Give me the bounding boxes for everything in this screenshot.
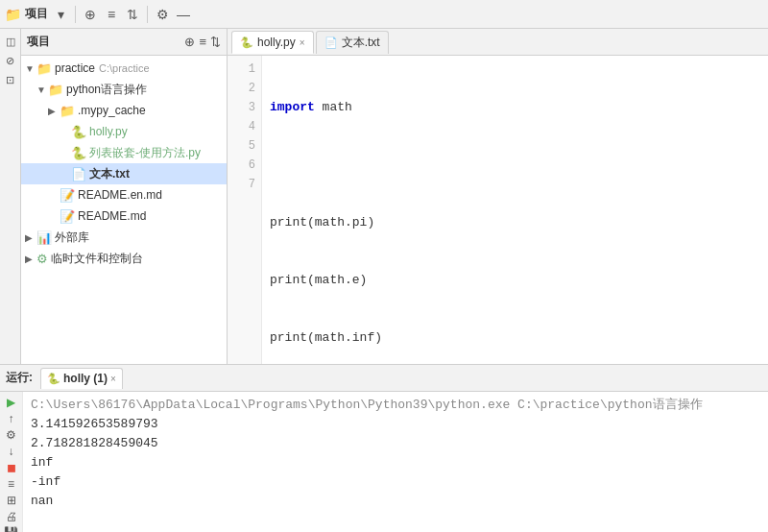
- tree-arrow-python-ops: ▼: [36, 85, 48, 95]
- tree-label-readme-md: README.md: [78, 209, 146, 223]
- run-print-icon[interactable]: 🖨: [3, 510, 20, 523]
- tree-label-external-libs: 外部库: [55, 230, 89, 246]
- python-icon-list: 🐍: [71, 146, 86, 160]
- run-wrap-icon[interactable]: ≡: [3, 477, 20, 491]
- top-toolbar: 📁 项目 ▾ ⊕ ≡ ⇅ ⚙ —: [0, 0, 768, 29]
- run-tab-holly[interactable]: 🐍 holly (1) ×: [40, 368, 123, 389]
- run-label: 运行:: [6, 370, 33, 386]
- tree-item-readme-md[interactable]: 📝 README.md: [21, 206, 227, 227]
- run-output-pi: 3.141592653589793: [31, 415, 760, 434]
- run-output-nan: nan: [31, 492, 760, 511]
- tab-python-icon-holly: 🐍: [240, 36, 253, 49]
- tab-text-txt[interactable]: 📄 文本.txt: [316, 31, 389, 54]
- md-icon-readme: 📝: [60, 209, 75, 224]
- tree-item-external-libs[interactable]: ▶ 📊 外部库: [21, 227, 227, 248]
- file-tree-content: ▼ 📁 practice C:\practice ▼ 📁 python语言操作 …: [21, 56, 227, 364]
- run-tab-icon: 🐍: [47, 373, 60, 385]
- run-format-icon[interactable]: ⊞: [3, 494, 20, 507]
- file-tree-header-label: 项目: [27, 34, 180, 50]
- tree-label-text-txt: 文本.txt: [89, 166, 130, 182]
- run-output-cmd: C:\Users\86176\AppData\Local\Programs\Py…: [31, 396, 760, 415]
- editor-area: 🐍 holly.py × 📄 文本.txt 1 2 3 4 5 6 7 impo…: [228, 29, 768, 364]
- run-output-e: 2.718281828459045: [31, 434, 760, 453]
- line-numbers: 1 2 3 4 5 6 7: [228, 56, 262, 364]
- toolbar-sort-icon[interactable]: ⇅: [124, 6, 141, 23]
- run-tab-close[interactable]: ×: [110, 374, 116, 384]
- folder-icon-python-ops: 📁: [48, 83, 63, 97]
- run-tabs: 运行: 🐍 holly (1) ×: [0, 365, 768, 392]
- run-up-icon[interactable]: ↑: [3, 412, 20, 425]
- code-line-3: print(math.pi): [270, 213, 760, 232]
- toolbar-separator-1: [75, 6, 76, 23]
- tree-arrow-temp-files: ▶: [25, 254, 36, 264]
- toolbar-project-label: 项目: [25, 6, 48, 22]
- python-icon-holly: 🐍: [71, 125, 86, 139]
- tree-label-practice: practice: [55, 61, 95, 75]
- code-line-5: print(math.inf): [270, 328, 760, 348]
- file-tree-add-icon[interactable]: ⊕: [184, 35, 195, 49]
- editor-tabs: 🐍 holly.py × 📄 文本.txt: [228, 29, 768, 56]
- tree-item-python-ops[interactable]: ▼ 📁 python语言操作: [21, 79, 227, 100]
- tab-text-icon: 📄: [324, 36, 338, 49]
- toolbar-settings-icon[interactable]: ⚙: [154, 6, 171, 23]
- run-save-icon[interactable]: 💾: [3, 526, 20, 532]
- tree-arrow-mypy-cache: ▶: [48, 106, 60, 116]
- run-output: C:\Users\86176\AppData\Local\Programs\Py…: [23, 392, 768, 532]
- file-tree-header: 项目 ⊕ ≡ ⇅: [21, 29, 227, 56]
- folder-icon-mypy-cache: 📁: [60, 104, 75, 118]
- tree-item-temp-files[interactable]: ▶ ⚙ 临时文件和控制台: [21, 248, 227, 269]
- run-tab-label: holly (1): [63, 372, 108, 385]
- run-stop-icon[interactable]: ◼: [3, 461, 20, 474]
- toolbar-list-icon[interactable]: ≡: [103, 6, 120, 23]
- tree-label-mypy-cache: .mypy_cache: [78, 104, 146, 117]
- tree-item-list-methods[interactable]: 🐍 列表嵌套-使用方法.py: [21, 142, 227, 163]
- toolbar-project-icon[interactable]: 📁: [4, 6, 21, 23]
- code-editor[interactable]: 1 2 3 4 5 6 7 import math print(math.pi)…: [228, 56, 768, 364]
- tab-close-holly-py[interactable]: ×: [300, 37, 305, 48]
- run-settings-icon[interactable]: ⚙: [3, 428, 20, 442]
- tree-path-practice: C:\practice: [99, 62, 150, 74]
- chart-icon-external: 📊: [36, 230, 52, 245]
- tab-label-holly-py: holly.py: [257, 36, 296, 49]
- tree-label-temp-files: 临时文件和控制台: [51, 251, 143, 267]
- toolbar-dropdown-icon[interactable]: ▾: [52, 6, 69, 23]
- file-tree-menu-icon[interactable]: ≡: [199, 35, 206, 49]
- run-content: ▶ ↑ ⚙ ↓ ◼ ≡ ⊞ 🖨 💾 C:\Users\86176\AppData…: [0, 392, 768, 532]
- tab-holly-py[interactable]: 🐍 holly.py ×: [231, 31, 314, 54]
- main-area: ◫ ⊘ ⊡ 项目 ⊕ ≡ ⇅ ▼ 📁 practice C:\practice …: [0, 29, 768, 364]
- tree-item-mypy-cache[interactable]: ▶ 📁 .mypy_cache: [21, 100, 227, 121]
- run-down-icon[interactable]: ↓: [3, 445, 20, 458]
- tree-item-readme-en[interactable]: 📝 README.en.md: [21, 184, 227, 206]
- sidebar-icons: ◫ ⊘ ⊡: [0, 29, 21, 364]
- md-icon-readme-en: 📝: [60, 188, 75, 203]
- sidebar-bookmark-icon[interactable]: ⊘: [2, 52, 19, 69]
- tree-arrow-external-libs: ▶: [25, 232, 36, 243]
- tree-item-practice[interactable]: ▼ 📁 practice C:\practice: [21, 58, 227, 79]
- toolbar-separator-2: [147, 6, 148, 23]
- tree-arrow-practice: ▼: [25, 63, 36, 74]
- text-icon: 📄: [71, 167, 86, 181]
- sidebar-structure-icon[interactable]: ⊡: [2, 71, 19, 88]
- file-tree-sort-icon[interactable]: ⇅: [210, 35, 221, 49]
- tree-item-text-txt[interactable]: 📄 文本.txt: [21, 163, 227, 184]
- toolbar-add-icon[interactable]: ⊕: [82, 6, 99, 23]
- code-line-2: [270, 156, 760, 175]
- tab-label-text-txt: 文本.txt: [342, 35, 380, 51]
- tree-label-holly-py: holly.py: [89, 125, 128, 138]
- run-sidebar: ▶ ↑ ⚙ ↓ ◼ ≡ ⊞ 🖨 💾: [0, 392, 23, 532]
- toolbar-minimize-icon[interactable]: —: [175, 6, 192, 23]
- code-line-1: import math: [270, 98, 760, 117]
- tree-label-list-methods: 列表嵌套-使用方法.py: [89, 145, 201, 161]
- run-output-inf: inf: [31, 453, 760, 472]
- temp-icon: ⚙: [36, 252, 48, 266]
- sidebar-project-icon[interactable]: ◫: [2, 33, 19, 50]
- run-panel: 运行: 🐍 holly (1) × ▶ ↑ ⚙ ↓ ◼ ≡ ⊞ 🖨 💾 C:\U…: [0, 364, 768, 532]
- folder-icon-practice: 📁: [36, 61, 52, 76]
- file-tree-panel: 项目 ⊕ ≡ ⇅ ▼ 📁 practice C:\practice ▼ 📁 py…: [21, 29, 228, 364]
- run-play-icon[interactable]: ▶: [3, 396, 20, 409]
- code-content[interactable]: import math print(math.pi) print(math.e)…: [262, 56, 768, 364]
- tree-label-readme-en: README.en.md: [78, 188, 162, 202]
- run-output-neg-inf: -inf: [31, 472, 760, 492]
- tree-label-python-ops: python语言操作: [66, 82, 147, 98]
- tree-item-holly-py[interactable]: 🐍 holly.py: [21, 121, 227, 142]
